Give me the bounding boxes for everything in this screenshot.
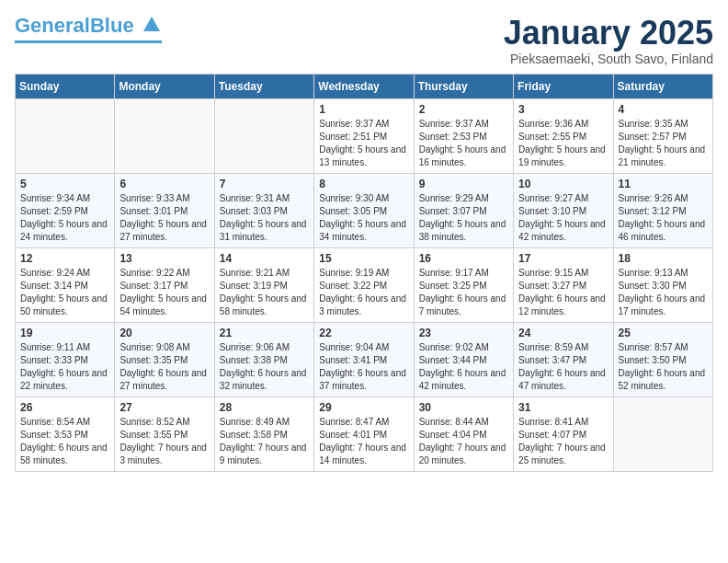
day-detail: Sunrise: 9:37 AMSunset: 2:53 PMDaylight:…: [419, 118, 508, 169]
calendar-cell: [115, 98, 214, 173]
day-detail: Sunrise: 9:35 AMSunset: 2:57 PMDaylight:…: [619, 118, 708, 169]
day-detail: Sunrise: 8:41 AMSunset: 4:07 PMDaylight:…: [518, 416, 608, 467]
calendar-cell: 19 Sunrise: 9:11 AMSunset: 3:33 PMDaylig…: [16, 322, 115, 396]
day-number: 24: [518, 327, 608, 339]
day-number: 17: [518, 252, 608, 265]
calendar-cell: 4 Sunrise: 9:35 AMSunset: 2:57 PMDayligh…: [613, 98, 712, 173]
day-number: 31: [518, 401, 608, 414]
logo-blue: Blue: [90, 14, 134, 37]
day-number: 28: [220, 401, 309, 414]
col-header-tuesday: Tuesday: [214, 74, 313, 98]
day-detail: Sunrise: 9:04 AMSunset: 3:41 PMDaylight:…: [319, 341, 408, 393]
day-detail: Sunrise: 9:13 AMSunset: 3:30 PMDaylight:…: [619, 267, 708, 318]
month-title: January 2025: [504, 15, 713, 52]
day-number: 26: [20, 401, 109, 414]
day-number: 16: [419, 252, 508, 265]
calendar-cell: 2 Sunrise: 9:37 AMSunset: 2:53 PMDayligh…: [414, 98, 513, 173]
day-detail: Sunrise: 9:37 AMSunset: 2:51 PMDaylight:…: [319, 118, 408, 169]
calendar-cell: 9 Sunrise: 9:29 AMSunset: 3:07 PMDayligh…: [414, 173, 513, 247]
calendar-cell: 18 Sunrise: 9:13 AMSunset: 3:30 PMDaylig…: [613, 247, 712, 322]
logo-text: GeneralBlue: [15, 15, 162, 39]
calendar-cell: 23 Sunrise: 9:02 AMSunset: 3:44 PMDaylig…: [414, 322, 513, 396]
day-number: 13: [119, 252, 209, 265]
calendar-cell: 17 Sunrise: 9:15 AMSunset: 3:27 PMDaylig…: [514, 247, 613, 322]
col-header-saturday: Saturday: [613, 74, 712, 98]
calendar-cell: 1 Sunrise: 9:37 AMSunset: 2:51 PMDayligh…: [314, 98, 414, 173]
day-number: 4: [619, 103, 708, 116]
calendar-cell: 7 Sunrise: 9:31 AMSunset: 3:03 PMDayligh…: [214, 173, 313, 247]
calendar-cell: 26 Sunrise: 8:54 AMSunset: 3:53 PMDaylig…: [16, 396, 115, 471]
page-header: GeneralBlue January 2025 Pieksaemaeki, S…: [15, 15, 713, 66]
calendar-cell: 20 Sunrise: 9:08 AMSunset: 3:35 PMDaylig…: [115, 322, 214, 396]
day-number: 21: [220, 327, 309, 339]
day-detail: Sunrise: 9:26 AMSunset: 3:12 PMDaylight:…: [619, 192, 708, 244]
calendar-cell: 28 Sunrise: 8:49 AMSunset: 3:58 PMDaylig…: [214, 396, 313, 471]
logo-general: General: [15, 14, 90, 37]
day-detail: Sunrise: 9:22 AMSunset: 3:17 PMDaylight:…: [119, 267, 209, 318]
col-header-thursday: Thursday: [414, 74, 513, 98]
logo-icon: [142, 15, 162, 35]
day-number: 9: [419, 178, 508, 190]
col-header-wednesday: Wednesday: [314, 74, 414, 98]
calendar-table: SundayMondayTuesdayWednesdayThursdayFrid…: [15, 74, 713, 472]
calendar-week-row: 1 Sunrise: 9:37 AMSunset: 2:51 PMDayligh…: [16, 98, 713, 173]
day-number: 30: [419, 401, 508, 414]
day-detail: Sunrise: 9:30 AMSunset: 3:05 PMDaylight:…: [319, 192, 408, 244]
title-area: January 2025 Pieksaemaeki, South Savo, F…: [504, 15, 713, 66]
day-detail: Sunrise: 9:21 AMSunset: 3:19 PMDaylight:…: [220, 267, 309, 318]
day-detail: Sunrise: 9:34 AMSunset: 2:59 PMDaylight:…: [20, 192, 109, 244]
calendar-cell: 8 Sunrise: 9:30 AMSunset: 3:05 PMDayligh…: [314, 173, 414, 247]
day-number: 7: [220, 178, 309, 190]
calendar-cell: 10 Sunrise: 9:27 AMSunset: 3:10 PMDaylig…: [514, 173, 613, 247]
day-detail: Sunrise: 8:59 AMSunset: 3:47 PMDaylight:…: [518, 341, 608, 393]
day-detail: Sunrise: 9:02 AMSunset: 3:44 PMDaylight:…: [419, 341, 508, 393]
calendar-cell: 30 Sunrise: 8:44 AMSunset: 4:04 PMDaylig…: [414, 396, 513, 471]
logo-underline: [15, 40, 162, 43]
day-detail: Sunrise: 9:11 AMSunset: 3:33 PMDaylight:…: [20, 341, 109, 393]
day-detail: Sunrise: 9:31 AMSunset: 3:03 PMDaylight:…: [220, 192, 309, 244]
calendar-cell: 12 Sunrise: 9:24 AMSunset: 3:14 PMDaylig…: [16, 247, 115, 322]
day-number: 8: [319, 178, 408, 190]
calendar-cell: 22 Sunrise: 9:04 AMSunset: 3:41 PMDaylig…: [314, 322, 414, 396]
day-number: 5: [20, 178, 109, 190]
calendar-cell: [613, 396, 712, 471]
calendar-cell: 14 Sunrise: 9:21 AMSunset: 3:19 PMDaylig…: [214, 247, 313, 322]
day-detail: Sunrise: 9:33 AMSunset: 3:01 PMDaylight:…: [119, 192, 209, 244]
day-detail: Sunrise: 8:47 AMSunset: 4:01 PMDaylight:…: [319, 416, 408, 467]
col-header-friday: Friday: [514, 74, 613, 98]
day-number: 11: [619, 178, 708, 190]
day-detail: Sunrise: 8:49 AMSunset: 3:58 PMDaylight:…: [220, 416, 309, 467]
day-number: 14: [220, 252, 309, 265]
day-number: 27: [119, 401, 209, 414]
day-number: 20: [119, 327, 209, 339]
calendar-cell: 21 Sunrise: 9:06 AMSunset: 3:38 PMDaylig…: [214, 322, 313, 396]
location-subtitle: Pieksaemaeki, South Savo, Finland: [504, 52, 713, 66]
calendar-cell: 6 Sunrise: 9:33 AMSunset: 3:01 PMDayligh…: [115, 173, 214, 247]
day-number: 15: [319, 252, 408, 265]
day-detail: Sunrise: 8:57 AMSunset: 3:50 PMDaylight:…: [619, 341, 708, 393]
calendar-cell: 16 Sunrise: 9:17 AMSunset: 3:25 PMDaylig…: [414, 247, 513, 322]
day-detail: Sunrise: 8:44 AMSunset: 4:04 PMDaylight:…: [419, 416, 508, 467]
day-number: 25: [619, 327, 708, 339]
day-number: 29: [319, 401, 408, 414]
calendar-cell: 29 Sunrise: 8:47 AMSunset: 4:01 PMDaylig…: [314, 396, 414, 471]
day-detail: Sunrise: 9:15 AMSunset: 3:27 PMDaylight:…: [518, 267, 608, 318]
calendar-week-row: 26 Sunrise: 8:54 AMSunset: 3:53 PMDaylig…: [16, 396, 713, 471]
day-number: 12: [20, 252, 109, 265]
day-number: 1: [319, 103, 408, 116]
day-detail: Sunrise: 9:27 AMSunset: 3:10 PMDaylight:…: [518, 192, 608, 244]
day-detail: Sunrise: 9:06 AMSunset: 3:38 PMDaylight:…: [220, 341, 309, 393]
svg-marker-0: [143, 17, 160, 31]
day-number: 3: [518, 103, 608, 116]
day-number: 18: [619, 252, 708, 265]
day-detail: Sunrise: 9:36 AMSunset: 2:55 PMDaylight:…: [518, 118, 608, 169]
calendar-cell: 5 Sunrise: 9:34 AMSunset: 2:59 PMDayligh…: [16, 173, 115, 247]
calendar-week-row: 5 Sunrise: 9:34 AMSunset: 2:59 PMDayligh…: [16, 173, 713, 247]
calendar-week-row: 19 Sunrise: 9:11 AMSunset: 3:33 PMDaylig…: [16, 322, 713, 396]
day-detail: Sunrise: 8:52 AMSunset: 3:55 PMDaylight:…: [119, 416, 209, 467]
calendar-cell: 3 Sunrise: 9:36 AMSunset: 2:55 PMDayligh…: [514, 98, 613, 173]
day-number: 6: [119, 178, 209, 190]
calendar-cell: 15 Sunrise: 9:19 AMSunset: 3:22 PMDaylig…: [314, 247, 414, 322]
day-detail: Sunrise: 8:54 AMSunset: 3:53 PMDaylight:…: [20, 416, 109, 467]
calendar-cell: [214, 98, 313, 173]
